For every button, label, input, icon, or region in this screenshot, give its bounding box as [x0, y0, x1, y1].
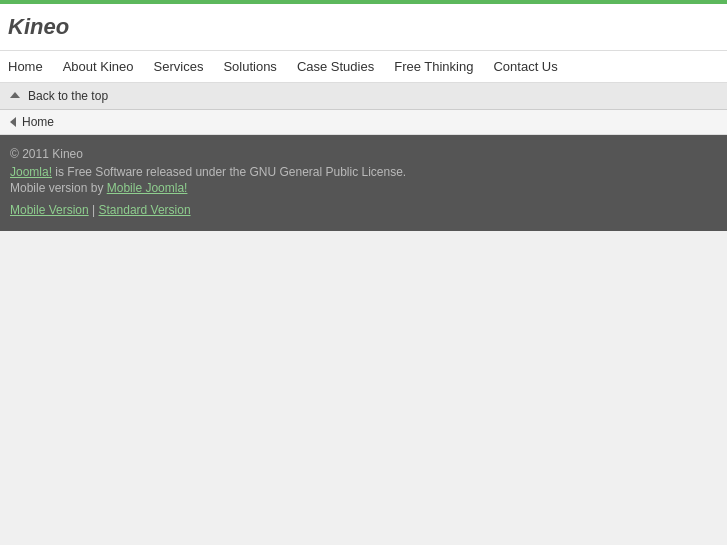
license-text: is Free Software released under the GNU …	[52, 165, 406, 179]
standard-version-link[interactable]: Standard Version	[99, 203, 191, 217]
breadcrumb: Home	[0, 110, 727, 135]
back-to-top-label: Back to the top	[28, 89, 108, 103]
copyright-text: © 2011 Kineo	[10, 147, 717, 161]
main-content: Back to the top Home	[0, 83, 727, 135]
nav-contact-us[interactable]: Contact Us	[483, 51, 567, 82]
breadcrumb-home: Home	[22, 115, 54, 129]
up-arrow-icon	[10, 92, 20, 98]
joomla-link[interactable]: Joomla!	[10, 165, 52, 179]
back-to-top-bar[interactable]: Back to the top	[0, 83, 727, 110]
nav-home[interactable]: Home	[8, 51, 53, 82]
breadcrumb-arrow-icon	[10, 117, 16, 127]
nav-services[interactable]: Services	[144, 51, 214, 82]
footer: © 2011 Kineo Joomla! is Free Software re…	[0, 135, 727, 231]
mobile-prefix: Mobile version by	[10, 181, 107, 195]
logo: Kineo	[8, 14, 69, 39]
nav-solutions[interactable]: Solutions	[213, 51, 286, 82]
version-separator: |	[89, 203, 99, 217]
nav-case-studies[interactable]: Case Studies	[287, 51, 384, 82]
nav-bar: Home About Kineo Services Solutions Case…	[0, 51, 727, 83]
nav-about-kineo[interactable]: About Kineo	[53, 51, 144, 82]
mobile-version-line: Mobile version by Mobile Joomla!	[10, 181, 717, 195]
license-line: Joomla! is Free Software released under …	[10, 165, 717, 179]
nav-free-thinking[interactable]: Free Thinking	[384, 51, 483, 82]
header: Kineo	[0, 4, 727, 51]
mobile-version-link[interactable]: Mobile Version	[10, 203, 89, 217]
mobile-joomla-link[interactable]: Mobile Joomla!	[107, 181, 188, 195]
version-line: Mobile Version | Standard Version	[10, 203, 717, 217]
